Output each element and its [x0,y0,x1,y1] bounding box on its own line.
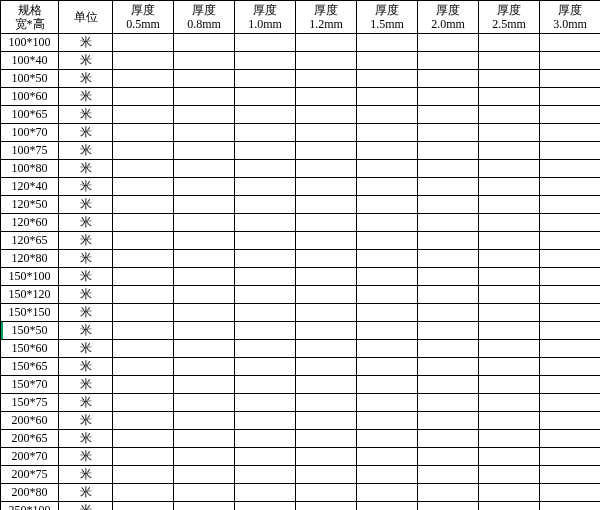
table-row: 200*80米 [1,484,601,502]
cell-thickness [174,124,235,142]
cell-thickness [540,106,601,124]
cell-thickness [479,394,540,412]
cell-unit: 米 [59,286,113,304]
header-thickness-3: 厚度 1.2mm [296,1,357,34]
cell-thickness [235,376,296,394]
cell-thickness [418,430,479,448]
cell-spec: 150*75 [1,394,59,412]
cell-thickness [479,88,540,106]
cell-thickness [540,268,601,286]
table-row: 100*50米 [1,70,601,88]
cell-unit: 米 [59,178,113,196]
cell-thickness [540,502,601,511]
cell-thickness [235,232,296,250]
cell-thickness [479,304,540,322]
cell-thickness [357,358,418,376]
cell-thickness [113,250,174,268]
cell-thickness [418,214,479,232]
cell-spec: 120*65 [1,232,59,250]
cell-thickness [113,304,174,322]
cell-thickness [113,142,174,160]
cell-thickness [479,214,540,232]
cell-spec: 100*60 [1,88,59,106]
cell-thickness [296,322,357,340]
cell-thickness [235,34,296,52]
cell-thickness [479,340,540,358]
table-row: 120*50米 [1,196,601,214]
cell-thickness [540,376,601,394]
cell-thickness [235,466,296,484]
cell-thickness [235,286,296,304]
cell-spec: 150*60 [1,340,59,358]
table-row: 200*65米 [1,430,601,448]
cell-thickness [113,34,174,52]
cell-thickness [540,70,601,88]
cell-thickness [357,214,418,232]
table-row: 200*75米 [1,466,601,484]
cell-thickness [357,412,418,430]
table-row: 120*65米 [1,232,601,250]
cell-thickness [418,52,479,70]
cell-thickness [113,52,174,70]
cell-thickness [540,484,601,502]
cell-thickness [357,124,418,142]
cell-thickness [235,70,296,88]
cell-thickness [113,322,174,340]
table-row: 150*50米 [1,322,601,340]
cell-thickness [540,160,601,178]
cell-thickness [235,412,296,430]
cell-thickness [174,106,235,124]
cell-thickness [540,232,601,250]
cell-spec: 150*50 [1,322,59,340]
cell-thickness [296,502,357,511]
cell-thickness [296,142,357,160]
cell-thickness [113,178,174,196]
cell-thickness [540,196,601,214]
cell-unit: 米 [59,466,113,484]
cell-thickness [113,124,174,142]
cell-spec: 150*70 [1,376,59,394]
header-thickness-2: 厚度 1.0mm [235,1,296,34]
table-row: 150*60米 [1,340,601,358]
cell-unit: 米 [59,106,113,124]
cell-thickness [113,268,174,286]
cell-thickness [174,142,235,160]
cell-thickness [479,502,540,511]
cell-thickness [235,322,296,340]
table-row: 100*100米 [1,34,601,52]
cell-thickness [296,52,357,70]
cell-thickness [357,466,418,484]
cell-thickness [174,502,235,511]
cell-spec: 120*50 [1,196,59,214]
cell-thickness [357,232,418,250]
cell-thickness [418,286,479,304]
spec-table: 规格 宽*高 单位 厚度 0.5mm 厚度 0.8mm 厚度 1.0mm 厚度 … [0,0,600,510]
cell-thickness [235,88,296,106]
cell-thickness [418,250,479,268]
cell-spec: 100*75 [1,142,59,160]
cell-thickness [418,34,479,52]
table-row: 150*75米 [1,394,601,412]
cell-thickness [174,214,235,232]
cell-thickness [479,178,540,196]
cell-thickness [174,394,235,412]
cell-thickness [296,106,357,124]
cell-thickness [235,106,296,124]
cell-thickness [357,304,418,322]
cell-unit: 米 [59,124,113,142]
cell-unit: 米 [59,250,113,268]
cell-unit: 米 [59,502,113,511]
cell-thickness [296,34,357,52]
cell-thickness [174,52,235,70]
cell-thickness [174,322,235,340]
cell-thickness [479,286,540,304]
cell-thickness [174,250,235,268]
cell-thickness [479,448,540,466]
cell-thickness [418,376,479,394]
cell-thickness [296,178,357,196]
cell-thickness [113,484,174,502]
cell-unit: 米 [59,160,113,178]
cell-thickness [113,358,174,376]
cell-thickness [540,178,601,196]
cell-thickness [540,412,601,430]
